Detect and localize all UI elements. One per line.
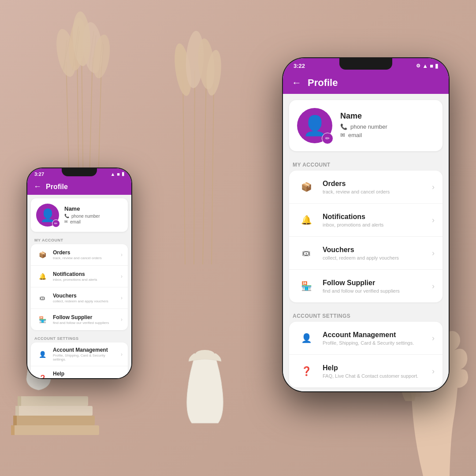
svg-rect-29 (15, 406, 93, 416)
help-chevron-small: › (121, 375, 123, 379)
notifications-item-small[interactable]: 🔔 Notifications inbox, promotions and al… (31, 266, 128, 287)
screen-large: 3:22 ⚙ ▲ ■ ▮ ← Profile 👤 ✏ (283, 58, 449, 391)
follow-supplier-icon-large: 🏪 (297, 277, 316, 295)
status-icons-large: ⚙ ▲ ■ ▮ (416, 63, 438, 69)
app-header-small: ← Profile (27, 178, 131, 195)
vouchers-chevron-large: › (432, 249, 435, 258)
profile-name-large: Name (340, 112, 435, 121)
my-account-card-small: 📦 Orders track, review and cancel orders… (31, 244, 128, 330)
orders-icon-small: 📦 (36, 249, 48, 261)
account-mgmt-text-large: Account Management Profile, Shipping, Ca… (323, 331, 425, 346)
profile-card-large: 👤 ✏ Name 📞 phone number ✉ email (289, 100, 443, 151)
my-account-label-large: MY ACCOUNT (283, 157, 449, 171)
follow-supplier-text-large: Follow Supplier find and follow our veri… (323, 279, 425, 294)
orders-chevron-small: › (121, 252, 123, 258)
time-large: 3:22 (294, 63, 305, 69)
help-icon-small: ❓ (36, 372, 48, 379)
profile-phone-small: 📞 phone number (64, 214, 123, 219)
app-header-large: ← Profile (283, 72, 449, 94)
notifications-item-large[interactable]: 🔔 Notifications inbox, promotions and al… (289, 204, 443, 237)
follow-supplier-text-small: Follow Supplier find and follow our veri… (53, 314, 116, 325)
profile-email-small: ✉ email (64, 219, 123, 224)
phone-small: 3:27 ▲ ■ ▮ ← Profile 👤 ✏ (26, 167, 132, 379)
notifications-icon-large: 🔔 (297, 211, 316, 229)
screen-content-small: 👤 ✏ Name 📞 phone number ✉ email (27, 195, 131, 378)
orders-item-small[interactable]: 📦 Orders track, review and cancel orders… (31, 244, 128, 266)
orders-icon-large: 📦 (297, 178, 316, 196)
profile-name-small: Name (64, 205, 123, 212)
back-button-small[interactable]: ← (33, 182, 41, 191)
svg-rect-28 (13, 416, 95, 425)
avatar-small[interactable]: 👤 ✏ (36, 204, 59, 227)
vouchers-item-small[interactable]: 🎟 Vouchers collect, redeem and apply vou… (31, 287, 128, 309)
vouchers-item-large[interactable]: 🎟 Vouchers collect, redeem and apply vou… (289, 237, 443, 270)
svg-rect-33 (15, 406, 19, 416)
orders-chevron-large: › (432, 182, 435, 192)
email-icon-small: ✉ (64, 219, 68, 224)
phone-icon-small: 📞 (64, 214, 69, 218)
svg-line-18 (183, 79, 185, 264)
profile-phone-large: 📞 phone number (340, 123, 435, 130)
svg-rect-31 (11, 425, 15, 435)
svg-line-21 (212, 84, 214, 264)
profile-card-small: 👤 ✏ Name 📞 phone number ✉ email (31, 198, 128, 232)
help-item-large[interactable]: ❓ Help FAQ, Live Chat & Contact customer… (289, 355, 443, 387)
help-text-small: Help FAQ, Live Chat & Contact customer s… (53, 371, 116, 378)
follow-chevron-small: › (121, 316, 123, 323)
phone-large: 3:22 ⚙ ▲ ■ ▮ ← Profile 👤 ✏ (282, 57, 450, 392)
svg-rect-34 (18, 396, 21, 406)
account-mgmt-item-large[interactable]: 👤 Account Management Profile, Shipping, … (289, 322, 443, 355)
avatar-edit-large[interactable]: ✏ (322, 133, 333, 144)
vouchers-icon-small: 🎟 (36, 292, 48, 304)
notif-chevron-small: › (121, 273, 123, 279)
follow-supplier-icon-small: 🏪 (36, 313, 48, 326)
back-button-large[interactable]: ← (292, 77, 301, 89)
profile-info-small: Name 📞 phone number ✉ email (64, 205, 123, 225)
svg-line-19 (194, 71, 195, 264)
email-icon-large: ✉ (340, 132, 345, 138)
account-mgmt-item-small[interactable]: 👤 Account Management Profile, Shipping, … (31, 342, 128, 366)
help-chevron-large: › (432, 367, 435, 376)
notifications-text-small: Notifications inbox, promotions and aler… (53, 271, 116, 282)
page-title-large: Profile (308, 77, 338, 89)
account-mgmt-text-small: Account Management Profile, Shipping, Ca… (53, 347, 116, 361)
my-account-card-large: 📦 Orders track, review and cancel orders… (289, 171, 443, 302)
my-account-label-small: MY ACCOUNT (27, 235, 131, 244)
account-mgmt-chevron-large: › (432, 334, 435, 343)
orders-item-large[interactable]: 📦 Orders track, review and cancel orders… (289, 171, 443, 204)
account-mgmt-chevron-small: › (121, 351, 123, 357)
screen-small: 3:27 ▲ ■ ▮ ← Profile 👤 ✏ (27, 168, 131, 378)
help-icon-large: ❓ (297, 362, 316, 380)
help-item-small[interactable]: ❓ Help FAQ, Live Chat & Contact customer… (31, 366, 128, 378)
svg-rect-30 (18, 396, 88, 406)
orders-text-small: Orders track, review and cancel orders (53, 249, 116, 260)
vouchers-icon-large: 🎟 (297, 244, 316, 262)
avatar-large[interactable]: 👤 ✏ (297, 108, 332, 143)
notif-chevron-large: › (432, 216, 435, 225)
orders-text-large: Orders track, review and cancel orders (323, 180, 425, 194)
account-mgmt-icon-large: 👤 (297, 329, 316, 347)
vouchers-text-small: Vouchers collect, redeem and apply vouch… (53, 293, 116, 303)
phone-icon-large: 📞 (340, 123, 347, 130)
vouchers-chevron-small: › (121, 295, 123, 301)
account-settings-label-large: ACCOUNT SETTINGS (283, 309, 449, 322)
account-settings-card-large: 👤 Account Management Profile, Shipping, … (289, 322, 443, 387)
notch-small (62, 167, 97, 176)
avatar-edit-small[interactable]: ✏ (52, 219, 60, 227)
page-title-small: Profile (46, 183, 68, 191)
follow-supplier-item-small[interactable]: 🏪 Follow Supplier find and follow our ve… (31, 309, 128, 330)
help-text-large: Help FAQ, Live Chat & Contact customer s… (323, 364, 425, 379)
notch-large (339, 57, 392, 70)
profile-email-large: ✉ email (340, 132, 435, 138)
account-settings-label-small: ACCOUNT SETTINGS (27, 334, 131, 342)
time-small: 3:27 (34, 171, 44, 177)
notifications-icon-small: 🔔 (36, 270, 48, 283)
profile-info-large: Name 📞 phone number ✉ email (340, 112, 435, 140)
svg-rect-32 (13, 416, 17, 425)
pampas-center-decoration (159, 18, 238, 264)
svg-rect-27 (11, 425, 99, 435)
follow-supplier-item-large[interactable]: 🏪 Follow Supplier find and follow our ve… (289, 270, 443, 302)
account-settings-card-small: 👤 Account Management Profile, Shipping, … (31, 342, 128, 378)
status-icons-small: ▲ ■ ▮ (110, 171, 124, 177)
account-mgmt-icon-small: 👤 (36, 348, 48, 361)
